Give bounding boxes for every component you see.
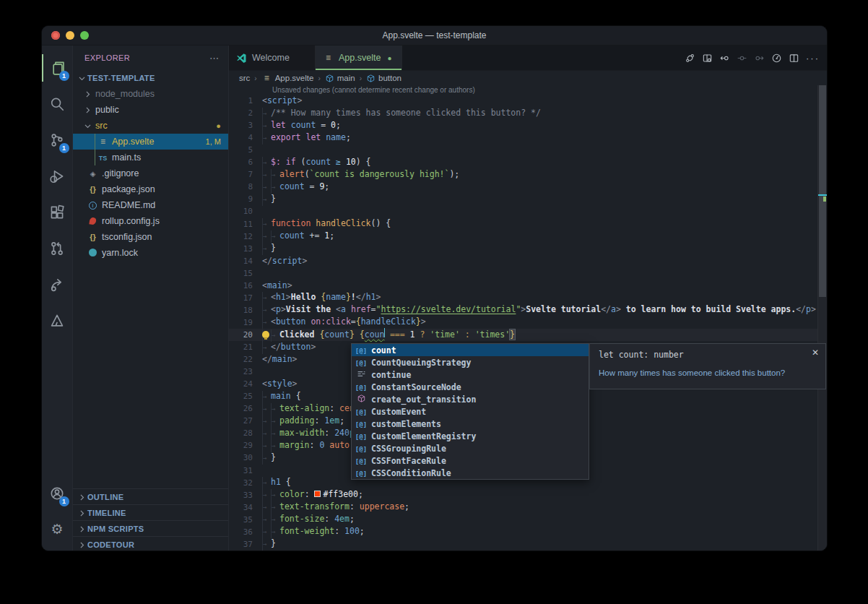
- code-line-15[interactable]: 15: [229, 267, 817, 280]
- suggest-item-customelementregistry[interactable]: [@]CustomElementRegistry: [352, 430, 589, 442]
- code-line-19[interactable]: 19→<button on:click={handleClick}>: [229, 316, 817, 329]
- code-line-37[interactable]: 37→}: [229, 538, 817, 551]
- code-line-17[interactable]: 17→<h1>Hello {name}!</h1>: [229, 292, 817, 304]
- tree-item-yarn-lock[interactable]: yarn.lock: [73, 245, 228, 261]
- symbol-variable-icon: [@]: [355, 345, 368, 355]
- activity-item-live-share[interactable]: [42, 267, 73, 303]
- code-line-6[interactable]: 6→$: if (count ≥ 10) {: [229, 156, 817, 168]
- titlebar[interactable]: App.svelte — test-template: [42, 26, 827, 46]
- activity-item-run-debug[interactable]: [42, 158, 73, 194]
- chevron-right-icon: [77, 509, 86, 517]
- line-number: 25: [229, 392, 262, 401]
- tree-item-main-ts[interactable]: TSmain.ts: [73, 150, 228, 165]
- activity-item-azure[interactable]: [42, 303, 73, 339]
- section-npm-scripts[interactable]: NPM SCRIPTS: [73, 520, 228, 536]
- section-outline[interactable]: OUTLINE: [73, 488, 228, 504]
- section-timeline[interactable]: TIMELINE: [73, 504, 228, 520]
- code-line-18[interactable]: 18→<p>Visit the <a href="https://svelte.…: [229, 304, 817, 316]
- code-line-1[interactable]: 1<script>: [229, 95, 817, 107]
- tab-welcome[interactable]: Welcome: [229, 46, 316, 70]
- code-line-4[interactable]: 4→export let name;: [229, 131, 817, 144]
- suggest-item-cssgroupingrule[interactable]: [@]CSSGroupingRule: [352, 442, 589, 454]
- code-line-16[interactable]: 16<main>: [229, 280, 817, 292]
- editor-scrollbar[interactable]: [817, 85, 827, 551]
- close-window-button[interactable]: [51, 31, 60, 40]
- lightbulb-icon[interactable]: [262, 331, 269, 338]
- code-line-9[interactable]: 9→}: [229, 193, 817, 205]
- breadcrumb-item-button[interactable]: button: [366, 74, 402, 83]
- go-forward-icon[interactable]: [754, 53, 765, 64]
- code-line-35[interactable]: 35→→font-size: 4em;: [229, 514, 817, 526]
- run-with-profile-icon[interactable]: [771, 53, 782, 64]
- activity-item-search[interactable]: [42, 86, 73, 122]
- suggest-item-constantsourcenode[interactable]: [@]ConstantSourceNode: [352, 381, 589, 393]
- section-codetour[interactable]: CODETOUR: [73, 536, 228, 551]
- split-editor-icon[interactable]: [789, 53, 799, 64]
- tree-item-public[interactable]: public: [73, 102, 228, 118]
- code-line-14[interactable]: 14</script>: [229, 255, 817, 267]
- line-number: 28: [229, 428, 262, 438]
- tree-item-rollup-config-js[interactable]: rollup.config.js: [73, 213, 228, 229]
- go-to-location-icon[interactable]: [737, 53, 747, 64]
- breadcrumb-item-app-svelte[interactable]: ≡App.svelte: [261, 73, 314, 83]
- suggest-item-continue[interactable]: continue: [352, 368, 589, 381]
- suggest-item-create_out_transition[interactable]: create_out_transition: [352, 393, 589, 405]
- code-line-36[interactable]: 36→→font-weight: 100;: [229, 526, 817, 538]
- open-preview-icon[interactable]: [702, 53, 713, 64]
- chevron-right-icon: [77, 493, 86, 501]
- tree-item-app-svelte[interactable]: ≡App.svelte1, M: [73, 134, 228, 150]
- scrollbar-slider[interactable]: [819, 85, 826, 297]
- tree-item-package-json[interactable]: {}package.json: [73, 181, 228, 197]
- activity-item-pull-request[interactable]: [42, 230, 73, 267]
- code-line-5[interactable]: 5: [229, 144, 817, 156]
- more-actions-icon[interactable]: ⋯: [209, 53, 220, 64]
- suggest-item-cssfontfacerule[interactable]: [@]CSSFontFaceRule: [352, 454, 589, 467]
- azure-icon: [49, 313, 65, 329]
- minimize-window-button[interactable]: [66, 31, 74, 40]
- tree-item--gitignore[interactable]: ◈.gitignore: [73, 165, 228, 181]
- code-line-7[interactable]: 7→→alert(`count is dangerously high!`);: [229, 168, 817, 181]
- code-text: →function handleClick() {: [262, 217, 391, 230]
- code-line-8[interactable]: 8→→count = 9;: [229, 181, 817, 193]
- code-line-34[interactable]: 34→→text-transform: uppercase;: [229, 501, 817, 514]
- suggest-item-count[interactable]: [@]count: [352, 344, 589, 356]
- code-line-33[interactable]: 33→→color: #ff3e00;: [229, 489, 817, 501]
- activity-item-settings[interactable]: ⚙: [42, 512, 73, 548]
- code-line-20[interactable]: 20→→Clicked {count} {coun === 1 ? 'time'…: [229, 329, 817, 341]
- breadcrumb-item-src[interactable]: src: [239, 74, 250, 82]
- code-line-10[interactable]: 10: [229, 205, 817, 217]
- code-line-11[interactable]: 11→function handleClick() {: [229, 218, 817, 230]
- suggest-item-countqueuingstrategy[interactable]: [@]CountQueuingStrategy: [352, 356, 589, 368]
- tree-item-tsconfig-json[interactable]: {}tsconfig.json: [73, 229, 228, 245]
- tree-item-label: README.md: [102, 200, 155, 210]
- breadcrumb-item-main[interactable]: main: [325, 74, 355, 83]
- tree-item-node-modules[interactable]: node_modules: [73, 86, 228, 102]
- code-text: <script>: [262, 95, 302, 107]
- activity-item-accounts[interactable]: 1: [42, 475, 73, 512]
- compare-changes-icon[interactable]: [685, 53, 695, 64]
- close-icon[interactable]: ✕: [812, 348, 819, 358]
- more-actions-icon[interactable]: ···: [806, 53, 820, 64]
- tab-app-svelte[interactable]: ≡App.svelte●: [316, 46, 402, 70]
- activity-item-extensions[interactable]: [42, 194, 73, 230]
- go-back-icon[interactable]: [719, 53, 730, 64]
- workspace-root[interactable]: TEST-TEMPLATE: [73, 70, 228, 86]
- editor-actions: ···: [685, 46, 820, 71]
- code-text: →}: [262, 452, 276, 465]
- code-text: →→count = 9;: [262, 181, 329, 194]
- zoom-window-button[interactable]: [80, 31, 89, 40]
- suggest-item-customelements[interactable]: [@]customElements: [352, 418, 589, 430]
- suggest-item-cssconditionrule[interactable]: [@]CSSConditionRule: [352, 467, 589, 479]
- code-line-13[interactable]: 13→}: [229, 243, 817, 255]
- activity-item-source-control[interactable]: 1: [42, 122, 73, 158]
- suggest-item-customevent[interactable]: [@]CustomEvent: [352, 405, 589, 418]
- code-line-3[interactable]: 3→let count = 0;: [229, 119, 817, 131]
- activity-item-explorer[interactable]: 1: [42, 50, 73, 86]
- tree-item-src[interactable]: src●: [73, 118, 228, 134]
- code-text: </main>: [262, 353, 298, 366]
- tree-item-readme-md[interactable]: iREADME.md: [73, 197, 228, 213]
- code-line-12[interactable]: 12→→count += 1;: [229, 230, 817, 243]
- sidebar-header: EXPLORER ⋯: [73, 46, 228, 70]
- code-line-2[interactable]: 2→/** How many times has someone clicked…: [229, 107, 817, 119]
- code-editor[interactable]: Unsaved changes (cannot determine recent…: [229, 85, 827, 551]
